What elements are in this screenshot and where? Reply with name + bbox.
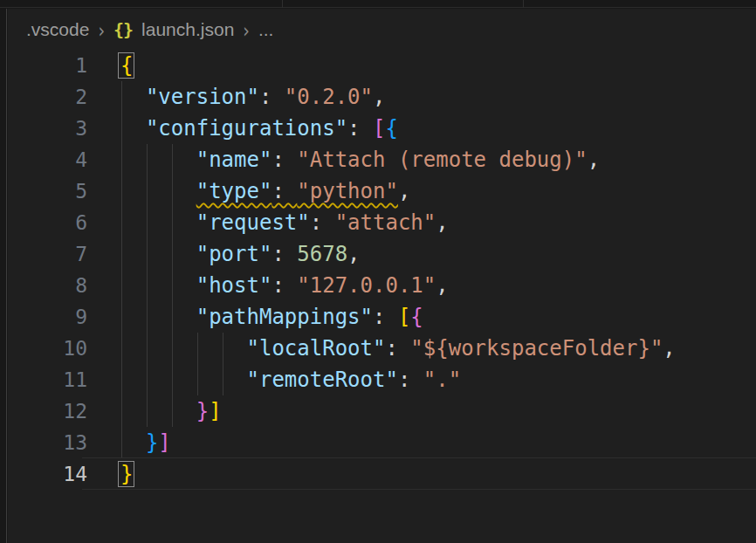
vscode-window: .vscode › {} launch.json › ... 1{2 "vers… [0, 0, 756, 543]
code-text: "port": 5678, [120, 238, 361, 270]
code-token: "." [423, 368, 461, 392]
code-token: "name" [196, 148, 272, 172]
code-line-content[interactable]: }] [120, 427, 756, 458]
code-token [120, 179, 196, 203]
line-number[interactable]: 12 [8, 395, 87, 427]
chevron-right-icon: › [98, 17, 105, 42]
code-token: "remoteRoot" [247, 368, 398, 392]
code-line-content[interactable]: }] [120, 395, 756, 427]
json-braces-icon: {} [113, 19, 133, 40]
breadcrumb-symbol-ellipsis[interactable]: ... [258, 19, 274, 40]
code-line-content[interactable]: { [120, 50, 756, 81]
code-text: "configurations": [{ [120, 113, 398, 144]
code-token: "127.0.0.1" [297, 273, 436, 298]
line-number[interactable]: 13 [8, 427, 87, 458]
code-token: "attach" [335, 210, 436, 235]
editor-pane: .vscode › {} launch.json › ... 1{2 "vers… [8, 9, 756, 543]
line-number[interactable]: 9 [8, 301, 87, 333]
line-number[interactable]: 5 [8, 175, 87, 207]
code-token: "localRoot" [247, 336, 386, 361]
code-line-content[interactable]: "type": "python", [120, 175, 756, 207]
matched-bracket: { [120, 50, 133, 81]
line-number[interactable]: 11 [8, 364, 87, 395]
code-text: } [120, 458, 133, 490]
line-number[interactable]: 2 [8, 81, 87, 113]
code-line-content[interactable]: "request": "attach", [120, 207, 756, 238]
code-line[interactable]: 14} [8, 458, 756, 490]
code-area[interactable]: 1{2 "version": "0.2.0",3 "configurations… [8, 50, 756, 490]
code-token: , [373, 85, 385, 109]
code-token: } [196, 399, 209, 423]
code-line[interactable]: 5 "type": "python", [8, 175, 756, 207]
breadcrumb-file[interactable]: launch.json [141, 19, 234, 40]
code-text: "name": "Attach (remote debug)", [120, 144, 600, 175]
code-token: "version" [146, 85, 259, 109]
code-token [120, 399, 196, 423]
code-token [120, 368, 247, 392]
code-token: [ [373, 116, 385, 141]
code-token: , [347, 242, 360, 266]
breadcrumb: .vscode › {} launch.json › ... [8, 9, 756, 50]
code-line[interactable]: 6 "request": "attach", [8, 207, 756, 238]
line-number[interactable]: 4 [8, 144, 87, 175]
line-number[interactable]: 14 [8, 458, 87, 490]
line-number[interactable]: 1 [8, 50, 87, 81]
code-line[interactable]: 2 "version": "0.2.0", [8, 81, 756, 113]
code-line[interactable]: 3 "configurations": [{ [8, 113, 756, 144]
code-line-content[interactable]: "configurations": [{ [120, 113, 756, 144]
code-token: : [373, 305, 398, 329]
line-number[interactable]: 7 [8, 238, 87, 270]
code-token [120, 148, 196, 172]
code-text: "version": "0.2.0", [120, 81, 385, 113]
code-line[interactable]: 11 "remoteRoot": "." [8, 364, 756, 395]
breadcrumb-folder[interactable]: .vscode [26, 19, 89, 40]
tab-divider [523, 0, 524, 8]
code-line[interactable]: 12 }] [8, 395, 756, 427]
code-line-content[interactable]: } [120, 458, 756, 490]
matched-bracket: } [120, 458, 133, 490]
code-line-content[interactable]: "version": "0.2.0", [120, 81, 756, 113]
code-token [120, 336, 247, 361]
code-token: , [663, 336, 675, 361]
code-line[interactable]: 9 "pathMappings": [{ [8, 301, 756, 333]
code-token: : [398, 368, 423, 392]
code-token: : [259, 85, 285, 109]
code-line[interactable]: 1{ [8, 50, 756, 81]
code-token: : [271, 179, 297, 203]
code-token: "request" [196, 210, 310, 235]
code-token: "configurations" [146, 116, 347, 141]
code-line[interactable]: 8 "host": "127.0.0.1", [8, 270, 756, 301]
code-token: "port" [196, 242, 272, 266]
tab-strip [0, 0, 756, 8]
code-token [120, 430, 146, 455]
code-token: , [436, 273, 448, 298]
code-line[interactable]: 10 "localRoot": "${workspaceFolder}", [8, 333, 756, 364]
code-token: : [271, 148, 297, 172]
line-number[interactable]: 10 [8, 333, 87, 364]
code-token: , [588, 148, 600, 172]
code-text: "request": "attach", [120, 207, 449, 238]
code-token: { [410, 305, 423, 329]
code-line-content[interactable]: "localRoot": "${workspaceFolder}", [120, 333, 756, 364]
code-line-content[interactable]: "pathMappings": [{ [120, 301, 756, 333]
code-token: , [398, 179, 410, 203]
code-token: ] [158, 430, 170, 455]
code-line-content[interactable]: "name": "Attach (remote debug)", [120, 144, 756, 175]
code-token: : [310, 210, 335, 235]
line-number[interactable]: 3 [8, 113, 87, 144]
code-line[interactable]: 4 "name": "Attach (remote debug)", [8, 144, 756, 175]
code-token [120, 273, 196, 298]
line-number[interactable]: 6 [8, 207, 87, 238]
code-text: "pathMappings": [{ [120, 301, 423, 333]
code-line-content[interactable]: "host": "127.0.0.1", [120, 270, 756, 301]
code-token [120, 116, 146, 141]
code-line-content[interactable]: "remoteRoot": "." [120, 364, 756, 395]
line-number[interactable]: 8 [8, 270, 87, 301]
code-token: : [271, 242, 297, 266]
code-token: [ [398, 305, 410, 329]
code-line[interactable]: 7 "port": 5678, [8, 238, 756, 270]
code-line-content[interactable]: "port": 5678, [120, 238, 756, 270]
code-token: , [436, 210, 448, 235]
code-line[interactable]: 13 }] [8, 427, 756, 458]
code-token [120, 210, 196, 235]
